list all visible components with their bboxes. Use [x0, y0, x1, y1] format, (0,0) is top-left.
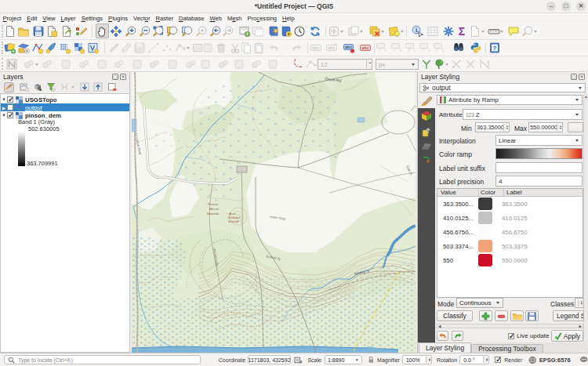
svg-text:?: ? [493, 45, 496, 51]
svg-text:abc: abc [313, 45, 320, 50]
svg-text:abc: abc [328, 45, 336, 50]
svg-text:Pinson: Pinson [208, 202, 219, 206]
svg-text:Mounds: Mounds [207, 212, 220, 216]
svg-text:Mound: Mound [228, 219, 238, 223]
svg-text:Σ: Σ [459, 25, 465, 38]
svg-text:abc: abc [362, 45, 369, 50]
svg-text:Mo on: Mo on [209, 207, 220, 211]
svg-text:abc: abc [345, 45, 352, 49]
